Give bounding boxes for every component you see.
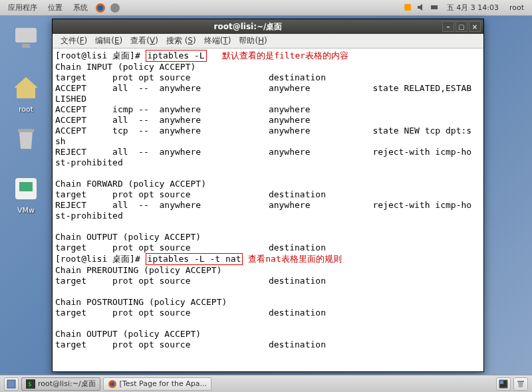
maximize-button[interactable]: ▢ [456, 21, 467, 32]
task-terminal[interactable]: $ root@lisi:~/桌面 [21, 377, 100, 391]
output-line: REJECT all -- anywhere anywhere reject-w… [55, 200, 471, 210]
output-line: Chain FORWARD (policy ACCEPT) [55, 179, 206, 189]
output-line: target prot opt source destination [55, 243, 326, 252]
desktop-icon-home[interactable]: root [3, 72, 49, 114]
output-line: ACCEPT icmp -- anywhere anywhere [55, 104, 311, 114]
task-firefox[interactable]: [Test Page for the Apa... [103, 377, 211, 391]
annotation-filter: 默认查看的是filter表格的内容 [207, 50, 348, 60]
show-desktop-button[interactable] [4, 377, 19, 391]
output-line: target prot opt source destination [55, 308, 326, 318]
minimize-button[interactable]: – [442, 21, 454, 32]
output-line: ACCEPT all -- anywhere anywhere [55, 115, 311, 125]
svg-rect-5 [431, 5, 438, 9]
svg-marker-8 [14, 77, 38, 98]
close-button[interactable]: × [469, 21, 481, 32]
cmd-highlight-1: iptables -L [146, 50, 207, 62]
terminal-icon: $ [26, 379, 35, 389]
firefox-icon [108, 379, 117, 389]
menu-edit[interactable]: 编辑(E) [91, 35, 126, 47]
output-line: st-prohibited [55, 211, 123, 221]
svg-rect-12 [7, 380, 15, 388]
top-panel: 应用程序 位置 系统 五 4月 3 14:03 root [0, 0, 532, 16]
svg-rect-19 [517, 381, 524, 382]
task-label: root@lisi:~/桌面 [38, 379, 96, 389]
annotation-nat-pre: 查看 [243, 254, 265, 264]
menu-search[interactable]: 搜索 (S) [162, 35, 200, 47]
output-line: Chain INPUT (policy ACCEPT) [55, 62, 196, 72]
top-menu-apps[interactable]: 应用程序 [3, 3, 43, 13]
svg-point-16 [110, 382, 114, 386]
task-label: [Test Page for the Apa... [120, 379, 207, 388]
annotation-nat-post: 表格里面的规则 [281, 254, 342, 264]
output-line: target prot opt source destination [55, 72, 326, 82]
svg-rect-7 [22, 44, 30, 48]
output-line: target prot opt source destination [55, 340, 326, 349]
terminal-window: root@lisi:~/桌面 – ▢ × 文件(F) 编辑(E) 查看(V) 搜… [52, 19, 484, 372]
terminal-content[interactable]: [root@lisi 桌面]# iptables -L 默认查看的是filter… [53, 49, 483, 371]
svg-rect-9 [18, 129, 34, 132]
output-line: sh [55, 136, 66, 146]
gnome-app-icon[interactable] [109, 2, 121, 14]
menu-help[interactable]: 帮助(H) [235, 35, 271, 47]
svg-rect-18 [500, 381, 503, 384]
output-line: target prot opt source destination [55, 276, 326, 286]
svg-point-2 [110, 3, 120, 13]
output-line: st-prohibited [55, 157, 123, 167]
output-line: ACCEPT tcp -- anywhere anywhere state NE… [55, 126, 471, 136]
output-line: Chain POSTROUTING (policy ACCEPT) [55, 297, 227, 307]
svg-rect-3 [404, 4, 411, 11]
volume-icon[interactable] [416, 3, 427, 13]
menu-terminal[interactable]: 终端(T) [200, 35, 235, 47]
workspace-switcher[interactable] [496, 377, 511, 391]
prompt: [root@lisi 桌面]# [55, 254, 146, 264]
svg-rect-6 [15, 28, 37, 43]
desktop-icon-vmware[interactable]: VMw [3, 173, 49, 215]
output-line: ACCEPT all -- anywhere anywhere state RE… [55, 83, 471, 93]
window-title: root@lisi:~/桌面 [55, 21, 441, 33]
trash-applet[interactable] [513, 377, 528, 391]
output-line: Chain OUTPUT (policy ACCEPT) [55, 329, 201, 339]
desktop-icon-label: root [19, 105, 33, 114]
desktop-icon-label: VMw [17, 206, 35, 215]
top-menu-system[interactable]: 系统 [68, 3, 93, 13]
clock[interactable]: 五 4月 3 14:03 [442, 3, 504, 13]
output-line: REJECT all -- anywhere anywhere reject-w… [55, 147, 471, 157]
output-line: target prot opt source destination [55, 189, 326, 199]
svg-rect-11 [19, 182, 33, 191]
firefox-icon[interactable] [94, 2, 106, 14]
desktop-icon-computer[interactable] [3, 21, 49, 54]
cmd-highlight-2: iptables -L -t nat [146, 253, 243, 265]
menubar: 文件(F) 编辑(E) 查看(V) 搜索 (S) 终端(T) 帮助(H) [53, 34, 483, 49]
annotation-nat-word: nat [265, 254, 281, 264]
svg-point-1 [98, 5, 103, 11]
output-line: Chain OUTPUT (policy ACCEPT) [55, 232, 201, 242]
user-label[interactable]: root [504, 3, 529, 12]
output-line: LISHED [55, 94, 86, 104]
updates-icon[interactable] [403, 3, 414, 13]
svg-text:$: $ [28, 381, 32, 387]
menu-view[interactable]: 查看(V) [126, 35, 162, 47]
prompt: [root@lisi 桌面]# [55, 50, 146, 60]
svg-marker-4 [418, 4, 422, 11]
network-icon[interactable] [430, 3, 440, 13]
menu-file[interactable]: 文件(F) [57, 35, 91, 47]
bottom-panel: $ root@lisi:~/桌面 [Test Page for the Apa.… [0, 375, 532, 392]
output-line: Chain PREROUTING (policy ACCEPT) [55, 265, 221, 275]
titlebar[interactable]: root@lisi:~/桌面 – ▢ × [53, 19, 483, 34]
top-menu-places[interactable]: 位置 [43, 3, 68, 13]
desktop-icon-trash[interactable] [3, 122, 49, 155]
